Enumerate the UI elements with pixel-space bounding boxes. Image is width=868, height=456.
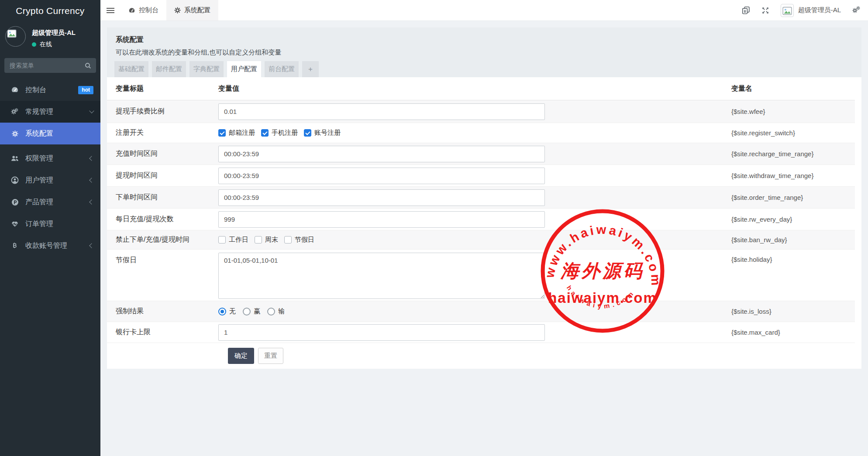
- register-account-checkbox[interactable]: 账号注册: [304, 129, 341, 137]
- result-lose-radio[interactable]: 输: [267, 307, 285, 315]
- col-header-var: 变量名: [731, 84, 752, 93]
- sidebar-toggle-button[interactable]: [100, 0, 121, 21]
- ban-workday-checkbox[interactable]: 工作日: [218, 236, 248, 244]
- reset-button[interactable]: 重置: [258, 348, 283, 364]
- menu-search-input[interactable]: [4, 58, 96, 73]
- tab-email-config[interactable]: 邮件配置: [152, 61, 186, 77]
- fullscreen-icon[interactable]: [761, 7, 769, 14]
- checkbox[interactable]: [218, 129, 226, 137]
- recharge-time-input[interactable]: [218, 146, 545, 162]
- checkbox[interactable]: [218, 236, 226, 243]
- holiday-textarea[interactable]: 01-01,05-01,10-01: [218, 253, 545, 299]
- page-subtitle: 可以在此增改系统的变量和分组,也可以自定义分组和变量: [116, 48, 853, 57]
- dashboard-icon: [128, 7, 135, 14]
- radio[interactable]: [243, 308, 251, 315]
- result-none-radio[interactable]: 无: [218, 307, 236, 315]
- radio-label: 无: [229, 307, 236, 315]
- checkbox-label: 账号注册: [314, 129, 341, 137]
- tab-basic-config[interactable]: 基础配置: [114, 61, 148, 77]
- topbar: 控制台 系统配置 超级管理员-AL: [100, 0, 868, 21]
- tab-system-config[interactable]: 系统配置: [166, 0, 218, 21]
- online-status-dot: [32, 42, 36, 47]
- table-row: 每日充值/提现次数 {$site.rw_every_day}: [107, 209, 855, 230]
- sidebar-item-label: 产品管理: [25, 198, 53, 207]
- row-varname: {$site.max_card}: [731, 329, 780, 336]
- chevron-left-icon: [89, 243, 94, 248]
- result-win-radio[interactable]: 赢: [243, 307, 260, 315]
- tab-label: 控制台: [139, 6, 158, 14]
- online-status-label: 在线: [40, 41, 52, 48]
- sidebar-item-permission[interactable]: 权限管理: [0, 147, 100, 169]
- wfee-input[interactable]: [218, 103, 545, 120]
- user-menu[interactable]: 超级管理员-AL: [781, 4, 841, 17]
- sidebar-item-label: 权限管理: [25, 154, 53, 163]
- radio-label: 输: [278, 307, 285, 315]
- sidebar-item-label: 控制台: [25, 86, 46, 95]
- page-title: 系统配置: [116, 35, 853, 45]
- register-mobile-checkbox[interactable]: 手机注册: [261, 129, 298, 137]
- row-label: 提现时间区间: [107, 171, 218, 180]
- row-varname: {$site.holiday}: [731, 256, 772, 263]
- checkbox[interactable]: [261, 129, 269, 137]
- users-icon: [10, 154, 19, 162]
- row-label: 每日充值/提现次数: [107, 215, 218, 224]
- sidebar-item-payment-account[interactable]: 收款账号管理: [0, 235, 100, 257]
- order-time-input[interactable]: [218, 189, 545, 206]
- product-icon: [10, 199, 19, 206]
- sidebar-item-order[interactable]: 订单管理: [0, 213, 100, 235]
- main-content: 系统配置 可以在此增改系统的变量和分组,也可以自定义分组和变量 基础配置 邮件配…: [100, 21, 868, 456]
- table-row: 提现手续费比例 {$site.wfee}: [107, 100, 855, 123]
- submit-button[interactable]: 确定: [228, 348, 254, 364]
- checkbox[interactable]: [255, 236, 262, 243]
- sidebar-item-system-config[interactable]: 系统配置: [0, 123, 100, 144]
- col-header-value: 变量值: [218, 84, 239, 93]
- max-card-input[interactable]: [218, 324, 545, 341]
- table-row: 注册开关 邮箱注册 手机注册 账号注册 {$site.regist: [107, 123, 855, 143]
- row-varname: {$site.register_switch}: [731, 129, 795, 137]
- bitcoin-icon: [10, 242, 19, 249]
- language-switch-icon[interactable]: [742, 6, 750, 14]
- tab-dict-config[interactable]: 字典配置: [189, 61, 224, 77]
- settings-gears-icon[interactable]: [852, 6, 861, 15]
- sidebar-item-user-mgmt[interactable]: 用户管理: [0, 169, 100, 191]
- row-label: 强制结果: [107, 307, 218, 316]
- table-row: 节假日 01-01,05-01,10-01 {$site.holiday}: [107, 250, 855, 301]
- chevron-left-icon: [89, 178, 94, 182]
- config-tabs: 基础配置 邮件配置 字典配置 用户配置 前台配置 +: [114, 61, 319, 77]
- sidebar-item-label: 常规管理: [25, 107, 53, 117]
- user-panel: 超级管理员-AL 在线: [0, 22, 100, 55]
- panel-header: 系统配置 可以在此增改系统的变量和分组,也可以自定义分组和变量 基础配置 邮件配…: [107, 27, 861, 77]
- daily-times-input[interactable]: [218, 211, 545, 228]
- checkbox-label: 手机注册: [272, 129, 298, 137]
- checkbox[interactable]: [304, 129, 311, 137]
- cogs-icon: [10, 108, 19, 116]
- hot-badge: hot: [78, 86, 93, 94]
- checkbox[interactable]: [284, 236, 292, 243]
- sidebar: Crypto Currency 超级管理员-AL 在线 控制台 hot: [0, 0, 100, 456]
- row-varname: {$site.is_loss}: [731, 308, 772, 315]
- row-label: 禁止下单/充值/提现时间: [107, 235, 218, 244]
- gear-icon: [10, 130, 19, 137]
- sidebar-item-dashboard[interactable]: 控制台 hot: [0, 79, 100, 101]
- sidebar-item-general[interactable]: 常规管理: [0, 101, 100, 123]
- brand-title: Crypto Currency: [0, 0, 100, 22]
- tab-user-config[interactable]: 用户配置: [227, 61, 261, 77]
- user-circle-icon: [10, 176, 19, 184]
- radio[interactable]: [267, 308, 275, 315]
- register-email-checkbox[interactable]: 邮箱注册: [218, 129, 255, 137]
- checkbox-label: 工作日: [229, 236, 248, 244]
- tab-front-config[interactable]: 前台配置: [265, 61, 299, 77]
- radio[interactable]: [218, 308, 226, 315]
- tab-dashboard[interactable]: 控制台: [121, 0, 166, 21]
- row-label: 提现手续费比例: [107, 107, 218, 116]
- ban-holiday-checkbox[interactable]: 节假日: [284, 236, 314, 244]
- row-label: 下单时间区间: [107, 193, 218, 202]
- ban-weekend-checkbox[interactable]: 周末: [255, 236, 278, 244]
- add-tab-button[interactable]: +: [302, 61, 319, 77]
- avatar: [5, 26, 26, 47]
- sidebar-item-label: 收款账号管理: [25, 241, 67, 250]
- withdraw-time-input[interactable]: [218, 168, 545, 184]
- sidebar-item-label: 用户管理: [25, 176, 53, 185]
- sidebar-item-product[interactable]: 产品管理: [0, 191, 100, 213]
- sidebar-search: [4, 58, 96, 73]
